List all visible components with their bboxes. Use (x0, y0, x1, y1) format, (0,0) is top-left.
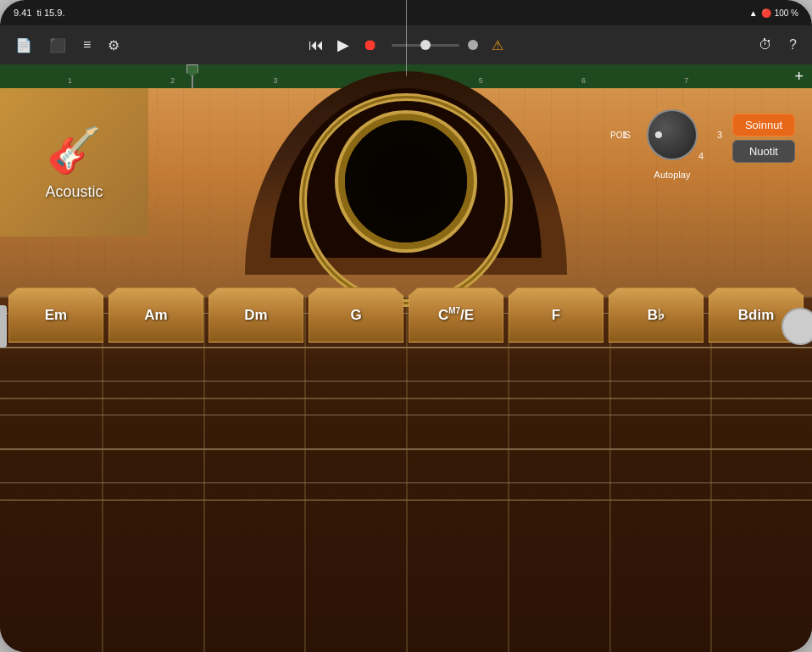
fret-divider-6 (609, 296, 611, 652)
autoplay-num-3: 3 (717, 130, 722, 140)
add-track-button[interactable]: + (786, 68, 812, 86)
acoustic-guitar-icon: 🎸 (47, 125, 102, 176)
fret-divider-4 (406, 296, 408, 652)
battery-icon: 🔴 (761, 8, 771, 18)
chord-g-label: G (350, 307, 361, 324)
chord-row: Em Am Dm G CM7/E F B♭ Bdim (0, 283, 812, 343)
help-icon[interactable]: ? (784, 34, 802, 56)
record-button[interactable]: ⏺ (363, 36, 378, 54)
knob-wrapper: 1 2 3 4 POIS (634, 105, 710, 164)
ruler-mark-1: 1 (68, 76, 72, 85)
rewind-button[interactable]: ⏮ (309, 36, 324, 54)
fret-divider-7 (710, 296, 712, 652)
guitar-arch (245, 71, 567, 275)
mixer-icon[interactable]: ≡ (78, 34, 96, 56)
timeline-track-label (0, 64, 68, 88)
home-button[interactable] (781, 308, 812, 345)
playhead-ruler (192, 64, 193, 88)
fret-divider-5 (508, 296, 509, 652)
document-icon[interactable]: 📄 (10, 34, 37, 57)
chord-g[interactable]: G (309, 287, 403, 343)
ruler-mark-7: 7 (684, 76, 688, 85)
toolbar-right: ⏱ ? (754, 34, 802, 56)
ruler-mark-2: 2 (170, 76, 175, 85)
volume-button[interactable] (0, 305, 7, 348)
chord-cm7e-label: CM7/E (438, 306, 474, 324)
playhead-flag (186, 64, 198, 76)
sound-hole-interior (345, 120, 467, 242)
chord-bb-label: B♭ (648, 306, 665, 324)
track-panel[interactable]: 🎸 Acoustic (0, 88, 148, 237)
status-left: 9.41 ti 15.9. (14, 8, 64, 18)
autoplay-knob[interactable] (647, 109, 698, 160)
track-view-icon[interactable]: ⬛ (44, 34, 71, 57)
settings-icon[interactable]: ⏱ (754, 34, 777, 56)
chord-em-label: Em (45, 307, 67, 324)
slider-track[interactable] (392, 44, 459, 47)
playhead-line (406, 0, 407, 76)
slider-thumb[interactable] (420, 40, 431, 50)
ruler-mark-5: 5 (479, 76, 483, 85)
wifi-icon: ▲ (749, 8, 758, 18)
fret-divider-3 (304, 296, 306, 652)
chord-cm7e[interactable]: CM7/E (409, 287, 503, 343)
chord-dm[interactable]: Dm (209, 287, 303, 343)
metronome-icon[interactable]: ⚠ (492, 37, 503, 53)
chord-bb[interactable]: B♭ (609, 287, 704, 343)
chord-am-label: Am (144, 307, 167, 324)
knob-indicator (655, 131, 662, 138)
date-display: ti 15.9. (36, 8, 64, 18)
main-area: 🎸 Acoustic 1 2 3 4 POIS Autoplay Soinnut… (0, 88, 812, 652)
notes-mode-button[interactable]: Nuotit (732, 140, 795, 163)
mode-buttons: Soinnut Nuotit (732, 114, 795, 163)
chords-mode-button[interactable]: Soinnut (732, 114, 795, 137)
equalizer-icon[interactable]: ⚙ (103, 34, 125, 57)
battery-level: 100 % (775, 8, 798, 18)
autoplay-label: Autoplay (654, 170, 691, 180)
volume-slider[interactable] (392, 40, 478, 50)
track-name: Acoustic (45, 183, 103, 201)
autoplay-num-4: 4 (698, 151, 704, 161)
slider-dot (468, 40, 478, 50)
pois-label: POIS (610, 131, 631, 140)
chord-f-label: F (552, 307, 560, 324)
play-button[interactable]: ▶ (337, 36, 349, 54)
chord-bdim-label: Bdim (738, 307, 775, 324)
ipad-device: 9.41 ti 15.9. ▲ 🔴 100 % 📄 ⬛ ≡ ⚙ ⏮ ▶ ⏺ ⚠ (0, 0, 812, 652)
autoplay-section: 1 2 3 4 POIS Autoplay (634, 105, 710, 180)
chord-am[interactable]: Am (108, 287, 203, 343)
chord-em[interactable]: Em (8, 287, 103, 343)
ruler-mark-3: 3 (273, 76, 277, 85)
ruler-mark-6: 6 (581, 76, 586, 85)
chord-dm-label: Dm (244, 307, 267, 324)
time-display: 9.41 (14, 8, 31, 18)
fretboard[interactable] (0, 296, 812, 652)
chord-f[interactable]: F (509, 287, 603, 343)
fret-divider-2 (203, 296, 205, 652)
status-right: ▲ 🔴 100 % (749, 8, 798, 18)
sound-hole (338, 114, 474, 249)
guitar-arch-inner (270, 88, 542, 258)
fret-divider-1 (102, 296, 103, 652)
